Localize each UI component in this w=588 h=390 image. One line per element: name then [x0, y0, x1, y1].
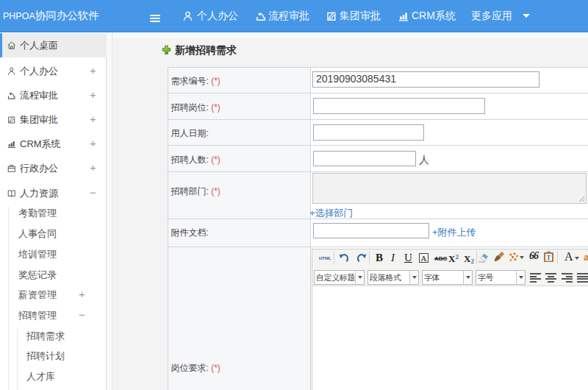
svg-text:T: T	[547, 255, 551, 261]
